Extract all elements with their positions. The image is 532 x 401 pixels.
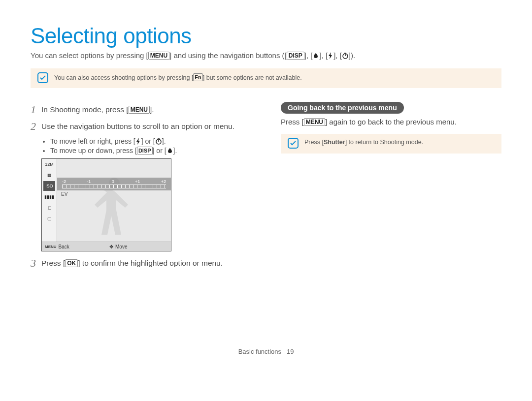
text: ISO <box>45 184 53 188</box>
text: You can select options by pressing [ <box>31 51 148 60</box>
screenshot-viewport: -2 -1 0 +1 +2 EV <box>57 159 171 242</box>
text: ] and using the navigation buttons ([ <box>169 51 287 60</box>
text: ]. <box>150 105 154 114</box>
side-icon-sq: ▢ <box>43 214 55 223</box>
ev-tick: +1 <box>135 179 140 184</box>
menu-key: MENU <box>129 106 150 114</box>
bullet: To move up or down, press [DISP] or []. <box>50 147 251 154</box>
step-number: 3 <box>31 257 41 269</box>
note-box-2: Press [Shutter] to return to Shooting mo… <box>281 134 501 154</box>
fn-key: Fn <box>193 73 202 81</box>
section-body: Press [MENU] again to go back to the pre… <box>281 118 501 126</box>
footer-move: ✥ Move <box>106 244 171 249</box>
ev-tick: +2 <box>161 179 166 184</box>
footer-back: MENU Back <box>42 244 106 249</box>
text: ]. <box>173 147 177 154</box>
ev-tick: -2 <box>62 179 66 184</box>
camera-screenshot: 12M ▦ ISO ▮▮▮▮ ◻ ▢ -2 <box>41 158 171 251</box>
screenshot-footer: MENU Back ✥ Move <box>42 242 171 251</box>
side-icon-iso: ISO <box>43 181 55 191</box>
section-heading-pill: Going back to the previous menu <box>281 102 404 114</box>
step-body: Use the navigation buttons to scroll to … <box>41 121 234 132</box>
ev-tick: -1 <box>87 179 91 184</box>
side-icon-grid: ▦ <box>43 170 55 180</box>
text: Press [ <box>304 139 324 146</box>
page-footer: Basic functions 19 <box>31 348 501 355</box>
text: To move up or down, press [ <box>50 147 137 154</box>
timer-icon <box>342 52 349 59</box>
screenshot-sidebar: 12M ▦ ISO ▮▮▮▮ ◻ ▢ <box>42 159 57 242</box>
text: Use the navigation buttons to scroll to … <box>41 122 234 130</box>
text: ], [ <box>333 51 342 60</box>
side-icon-12m: 12M <box>43 159 55 169</box>
note-box-1: You can also access shooting options by … <box>31 68 501 88</box>
step-2: 2 Use the navigation buttons to scroll t… <box>31 121 251 132</box>
side-icon-box: ◻ <box>43 203 55 213</box>
text: ] but some options are not available. <box>203 74 302 81</box>
macro-icon <box>166 147 173 154</box>
note-icon <box>288 138 299 149</box>
text: ]). <box>349 51 355 60</box>
note-icon <box>37 72 48 83</box>
text: To move left or right, press [ <box>50 137 135 145</box>
footer-page-number: 19 <box>287 348 294 355</box>
flash-icon <box>135 138 141 145</box>
step-2-bullets: To move left or right, press [] or []. T… <box>41 137 251 154</box>
bullet: To move left or right, press [] or []. <box>50 137 251 145</box>
text: Press [ <box>41 259 65 267</box>
step-number: 2 <box>31 121 41 132</box>
text: ] to confirm the highlighted option or m… <box>78 259 223 267</box>
ev-tick: 0 <box>112 179 114 184</box>
shutter-key: Shutter <box>324 139 345 146</box>
columns: 1 In Shooting mode, press [MENU]. 2 Use … <box>31 102 501 274</box>
page-title: Selecting options <box>31 24 501 48</box>
right-column: Going back to the previous menu Press [M… <box>281 102 501 274</box>
text: ] again to go back to the previous menu. <box>325 118 457 126</box>
timer-icon <box>155 138 162 145</box>
ev-ticks <box>62 185 166 188</box>
step-body: Press [OK] to confirm the highlighted op… <box>41 257 223 269</box>
disp-key: DISP <box>137 147 153 154</box>
nav-cross-icon: ✥ <box>109 244 113 249</box>
text: ] or [ <box>153 147 166 154</box>
text: Move <box>115 244 127 249</box>
ev-label: EV <box>61 191 67 197</box>
text: ], [ <box>304 51 313 60</box>
ev-scale: -2 -1 0 +1 +2 <box>60 179 168 184</box>
ok-key: OK <box>65 259 78 267</box>
side-icon-battery: ▮▮▮▮ <box>43 192 55 202</box>
macro-icon <box>312 52 319 59</box>
text: ], [ <box>319 51 328 60</box>
menu-key: MENU <box>148 52 169 60</box>
text: ] to return to Shooting mode. <box>345 139 423 146</box>
step-1: 1 In Shooting mode, press [MENU]. <box>31 104 251 116</box>
document-page: Selecting options You can select options… <box>0 0 532 370</box>
left-column: 1 In Shooting mode, press [MENU]. 2 Use … <box>31 102 251 274</box>
text: ] or [ <box>141 137 155 145</box>
text: You can also access shooting options by … <box>54 74 193 81</box>
flash-icon <box>328 52 333 59</box>
step-3: 3 Press [OK] to confirm the highlighted … <box>31 257 251 269</box>
intro-paragraph: You can select options by pressing [MENU… <box>31 51 501 60</box>
text: ]. <box>162 137 166 145</box>
text: Press [ <box>281 118 304 126</box>
text: Back <box>59 244 69 249</box>
disp-key: DISP <box>287 52 304 60</box>
ev-bar: -2 -1 0 +1 +2 <box>57 178 171 190</box>
step-number: 1 <box>31 104 41 116</box>
screenshot-main: 12M ▦ ISO ▮▮▮▮ ◻ ▢ -2 <box>42 159 171 242</box>
footer-section: Basic functions <box>238 348 281 355</box>
menu-key: MENU <box>304 118 325 126</box>
menu-key-small: MENU <box>45 245 57 249</box>
text: In Shooting mode, press [ <box>41 105 129 114</box>
step-body: In Shooting mode, press [MENU]. <box>41 104 154 116</box>
